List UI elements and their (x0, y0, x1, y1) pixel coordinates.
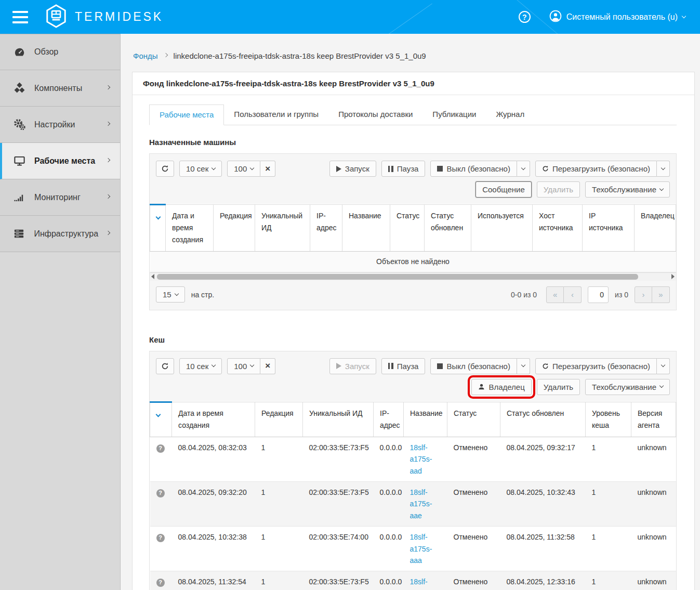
machine-name-link[interactable]: 18slf-a175s-aab (410, 578, 432, 590)
column-header[interactable]: Хост источника (533, 205, 583, 252)
column-header[interactable]: Статус обновлен (500, 402, 586, 437)
page-size-select[interactable]: 100 (227, 161, 260, 177)
user-menu[interactable]: Системный пользователь (u) (549, 10, 685, 24)
tab-bar: Рабочие местаПользователи и группыПроток… (149, 104, 677, 125)
column-header[interactable]: Дата и время создания (166, 205, 214, 252)
column-header[interactable]: Уникальный ИД (255, 205, 310, 252)
sidebar: ОбзорКомпонентыНастройкиРабочие местаМон… (0, 34, 121, 590)
sidebar-item-инфраструктура[interactable]: Инфраструктура (0, 216, 120, 252)
pause-button[interactable]: Пауза (381, 161, 426, 177)
delete-button[interactable]: Удалить (537, 379, 580, 395)
column-header[interactable]: Название (342, 205, 390, 252)
machine-name-link[interactable]: 18slf-a175s-aad (410, 443, 432, 475)
poweroff-dropdown-button[interactable] (517, 161, 530, 177)
reboot-button[interactable]: Перезагрузить (безопасно) (535, 161, 657, 177)
sidebar-item-компоненты[interactable]: Компоненты (0, 70, 120, 107)
column-header[interactable]: Редакция (214, 205, 255, 252)
tab-протоколы-доставки[interactable]: Протоколы доставки (328, 104, 422, 125)
machine-name-link[interactable]: 18slf-a175s-aaa (410, 533, 432, 565)
column-header[interactable]: Редакция (255, 402, 303, 437)
refresh-interval-select[interactable]: 10 сек (179, 161, 222, 177)
pause-icon (388, 166, 393, 172)
table-cell: unknown (631, 437, 676, 481)
sort-column-header[interactable] (150, 402, 172, 437)
sidebar-item-рабочие-места[interactable]: Рабочие места (0, 143, 120, 179)
message-button[interactable]: Сообщение (476, 181, 532, 198)
table-row[interactable]: ?08.04.2025, 08:32:03102:00:33:5E:73:F50… (150, 437, 676, 481)
sidebar-item-обзор[interactable]: Обзор (0, 34, 120, 70)
table-cell: Отменено (447, 482, 500, 527)
poweroff-button[interactable]: Выкл (безопасно) (430, 358, 517, 374)
column-header[interactable]: Статус обновлен (425, 205, 471, 252)
hamburger-menu-icon[interactable] (12, 11, 28, 23)
column-header[interactable]: IP-адрес (310, 205, 342, 252)
chevron-down-icon (174, 291, 178, 295)
breadcrumb-current: linkedclone-a175s-freeipa-tdsk-astra-18s… (174, 51, 426, 60)
maintenance-button[interactable]: Техобслуживание (585, 379, 670, 395)
pagination-next-button[interactable]: › (635, 286, 652, 303)
chevron-down-icon (682, 14, 686, 18)
refresh-interval-select[interactable]: 10 сек (179, 358, 222, 374)
clear-filter-button[interactable]: × (260, 358, 275, 374)
owner-button[interactable]: Владелец (471, 379, 531, 395)
tab-пользователи-и-группы[interactable]: Пользователи и группы (224, 104, 328, 125)
horizontal-scrollbar (150, 272, 676, 281)
poweroff-button[interactable]: Выкл (безопасно) (430, 161, 517, 177)
pagination-of-label: из 0 (615, 291, 628, 299)
pagination-last-button[interactable]: » (652, 286, 670, 303)
help-icon[interactable]: ? (519, 11, 531, 23)
table-cell: unknown (631, 482, 676, 527)
reboot-dropdown-button[interactable] (657, 358, 670, 374)
play-icon (336, 363, 341, 369)
per-page-select[interactable]: 15 (156, 286, 185, 303)
column-header[interactable]: Дата и время создания (172, 402, 255, 437)
tab-журнал[interactable]: Журнал (486, 104, 534, 125)
table-row[interactable]: ?08.04.2025, 09:32:20102:00:33:5E:73:F50… (150, 482, 676, 527)
pause-button[interactable]: Пауза (381, 358, 426, 374)
tab-рабочие-места[interactable]: Рабочие места (149, 104, 224, 125)
sidebar-item-мониторинг[interactable]: Мониторинг (0, 179, 120, 216)
column-header[interactable]: Используется (471, 205, 533, 252)
table-row[interactable]: ?08.04.2025, 11:32:54102:00:33:5E:73:F50… (150, 571, 676, 590)
refresh-button[interactable] (156, 358, 174, 374)
machine-name-link[interactable]: 18slf-a175s-aae (410, 488, 432, 520)
maintenance-button[interactable]: Техобслуживание (585, 181, 670, 198)
sidebar-item-настройки[interactable]: Настройки (0, 107, 120, 143)
start-button[interactable]: Запуск (329, 358, 376, 374)
refresh-button[interactable] (156, 161, 174, 177)
scroll-right-icon[interactable] (671, 274, 675, 279)
scroll-left-icon[interactable] (151, 274, 154, 279)
sidebar-item-label: Обзор (34, 47, 110, 57)
column-header[interactable]: IP источника (583, 205, 635, 252)
sort-column-header[interactable] (150, 205, 166, 252)
reboot-button[interactable]: Перезагрузить (безопасно) (535, 358, 657, 374)
column-header[interactable]: Статус (447, 402, 500, 437)
start-button[interactable]: Запуск (329, 161, 376, 177)
column-header[interactable]: Уровень кеша (586, 402, 631, 437)
table-row[interactable]: ?08.04.2025, 10:32:38102:00:33:5E:74:000… (150, 527, 676, 571)
breadcrumb-link-funds[interactable]: Фонды (133, 51, 158, 60)
pagination-first-button[interactable]: « (546, 286, 564, 303)
clear-filter-button[interactable]: × (260, 161, 275, 177)
poweroff-dropdown-button[interactable] (517, 358, 530, 374)
pagination-prev-button[interactable]: ‹ (564, 286, 582, 303)
column-header[interactable]: Уникальный ИД (303, 402, 374, 437)
assigned-machines-grid: 10 сек 100 × Запуск (149, 153, 677, 310)
column-header[interactable]: Название (404, 402, 447, 437)
reboot-dropdown-button[interactable] (657, 161, 670, 177)
assigned-toolbar: 10 сек 100 × Запуск (150, 154, 676, 204)
column-header[interactable]: Владелец (635, 205, 676, 252)
chevron-down-icon (212, 363, 216, 367)
scrollbar-thumb[interactable] (157, 274, 638, 280)
breadcrumb: Фонды linkedclone-a175s-freeipa-tdsk-ast… (133, 51, 695, 60)
column-header[interactable]: IP-адрес (374, 402, 404, 437)
table-cell: 1 (586, 437, 631, 481)
page-size-select[interactable]: 100 (227, 358, 260, 374)
sidebar-item-label: Инфраструктура (34, 229, 98, 239)
delete-button[interactable]: Удалить (537, 181, 580, 198)
chevron-down-icon (212, 165, 216, 169)
column-header[interactable]: Статус (390, 205, 425, 252)
pagination-page-input[interactable] (588, 286, 609, 303)
tab-публикации[interactable]: Публикации (422, 104, 486, 125)
column-header[interactable]: Версия агента (631, 402, 676, 437)
